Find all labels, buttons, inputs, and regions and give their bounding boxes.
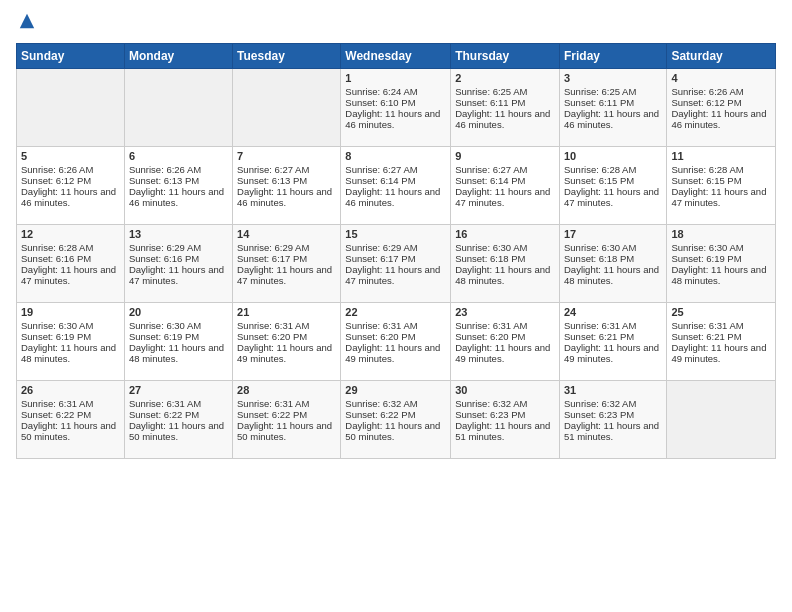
daylight-text: Daylight: 11 hours and 51 minutes. — [564, 420, 659, 442]
sunrise-text: Sunrise: 6:29 AM — [237, 242, 309, 253]
sunset-text: Sunset: 6:12 PM — [21, 175, 91, 186]
calendar-header-row: SundayMondayTuesdayWednesdayThursdayFrid… — [17, 43, 776, 68]
calendar-cell — [124, 68, 232, 146]
calendar-week-row: 12Sunrise: 6:28 AMSunset: 6:16 PMDayligh… — [17, 224, 776, 302]
sunset-text: Sunset: 6:14 PM — [345, 175, 415, 186]
daylight-text: Daylight: 11 hours and 47 minutes. — [21, 264, 116, 286]
calendar-cell: 20Sunrise: 6:30 AMSunset: 6:19 PMDayligh… — [124, 302, 232, 380]
day-number: 27 — [129, 384, 228, 396]
sunrise-text: Sunrise: 6:25 AM — [455, 86, 527, 97]
day-number: 30 — [455, 384, 555, 396]
calendar-cell: 5Sunrise: 6:26 AMSunset: 6:12 PMDaylight… — [17, 146, 125, 224]
daylight-text: Daylight: 11 hours and 46 minutes. — [129, 186, 224, 208]
calendar-cell: 29Sunrise: 6:32 AMSunset: 6:22 PMDayligh… — [341, 380, 451, 458]
daylight-text: Daylight: 11 hours and 47 minutes. — [129, 264, 224, 286]
sunset-text: Sunset: 6:15 PM — [671, 175, 741, 186]
sunrise-text: Sunrise: 6:28 AM — [564, 164, 636, 175]
daylight-text: Daylight: 11 hours and 47 minutes. — [345, 264, 440, 286]
calendar-week-row: 26Sunrise: 6:31 AMSunset: 6:22 PMDayligh… — [17, 380, 776, 458]
sunrise-text: Sunrise: 6:30 AM — [21, 320, 93, 331]
calendar-cell: 1Sunrise: 6:24 AMSunset: 6:10 PMDaylight… — [341, 68, 451, 146]
day-number: 25 — [671, 306, 771, 318]
daylight-text: Daylight: 11 hours and 50 minutes. — [129, 420, 224, 442]
sunrise-text: Sunrise: 6:25 AM — [564, 86, 636, 97]
sunset-text: Sunset: 6:19 PM — [129, 331, 199, 342]
day-number: 24 — [564, 306, 662, 318]
day-number: 16 — [455, 228, 555, 240]
sunrise-text: Sunrise: 6:26 AM — [671, 86, 743, 97]
sunrise-text: Sunrise: 6:31 AM — [21, 398, 93, 409]
calendar-cell: 17Sunrise: 6:30 AMSunset: 6:18 PMDayligh… — [559, 224, 666, 302]
logo-icon — [18, 12, 36, 30]
sunset-text: Sunset: 6:13 PM — [237, 175, 307, 186]
sunset-text: Sunset: 6:22 PM — [237, 409, 307, 420]
sunrise-text: Sunrise: 6:31 AM — [129, 398, 201, 409]
daylight-text: Daylight: 11 hours and 50 minutes. — [345, 420, 440, 442]
day-number: 1 — [345, 72, 446, 84]
calendar-cell: 12Sunrise: 6:28 AMSunset: 6:16 PMDayligh… — [17, 224, 125, 302]
logo — [16, 12, 36, 35]
sunset-text: Sunset: 6:17 PM — [237, 253, 307, 264]
sunrise-text: Sunrise: 6:30 AM — [671, 242, 743, 253]
calendar-cell: 13Sunrise: 6:29 AMSunset: 6:16 PMDayligh… — [124, 224, 232, 302]
daylight-text: Daylight: 11 hours and 46 minutes. — [21, 186, 116, 208]
calendar-cell: 16Sunrise: 6:30 AMSunset: 6:18 PMDayligh… — [451, 224, 560, 302]
day-number: 11 — [671, 150, 771, 162]
day-number: 12 — [21, 228, 120, 240]
sunset-text: Sunset: 6:19 PM — [671, 253, 741, 264]
calendar-cell: 22Sunrise: 6:31 AMSunset: 6:20 PMDayligh… — [341, 302, 451, 380]
sunset-text: Sunset: 6:20 PM — [455, 331, 525, 342]
sunrise-text: Sunrise: 6:26 AM — [21, 164, 93, 175]
daylight-text: Daylight: 11 hours and 51 minutes. — [455, 420, 550, 442]
calendar-week-row: 5Sunrise: 6:26 AMSunset: 6:12 PMDaylight… — [17, 146, 776, 224]
day-number: 23 — [455, 306, 555, 318]
day-number: 10 — [564, 150, 662, 162]
daylight-text: Daylight: 11 hours and 47 minutes. — [671, 186, 766, 208]
calendar-day-header: Friday — [559, 43, 666, 68]
calendar-cell: 18Sunrise: 6:30 AMSunset: 6:19 PMDayligh… — [667, 224, 776, 302]
sunset-text: Sunset: 6:18 PM — [564, 253, 634, 264]
sunrise-text: Sunrise: 6:28 AM — [671, 164, 743, 175]
daylight-text: Daylight: 11 hours and 47 minutes. — [455, 186, 550, 208]
sunset-text: Sunset: 6:16 PM — [129, 253, 199, 264]
calendar-cell: 23Sunrise: 6:31 AMSunset: 6:20 PMDayligh… — [451, 302, 560, 380]
day-number: 21 — [237, 306, 336, 318]
calendar-cell: 14Sunrise: 6:29 AMSunset: 6:17 PMDayligh… — [233, 224, 341, 302]
sunrise-text: Sunrise: 6:30 AM — [455, 242, 527, 253]
calendar-week-row: 1Sunrise: 6:24 AMSunset: 6:10 PMDaylight… — [17, 68, 776, 146]
calendar-cell: 28Sunrise: 6:31 AMSunset: 6:22 PMDayligh… — [233, 380, 341, 458]
calendar-cell: 9Sunrise: 6:27 AMSunset: 6:14 PMDaylight… — [451, 146, 560, 224]
daylight-text: Daylight: 11 hours and 46 minutes. — [237, 186, 332, 208]
calendar-day-header: Sunday — [17, 43, 125, 68]
daylight-text: Daylight: 11 hours and 49 minutes. — [237, 342, 332, 364]
svg-marker-0 — [20, 14, 34, 28]
daylight-text: Daylight: 11 hours and 48 minutes. — [21, 342, 116, 364]
sunset-text: Sunset: 6:23 PM — [455, 409, 525, 420]
daylight-text: Daylight: 11 hours and 48 minutes. — [129, 342, 224, 364]
calendar-cell: 24Sunrise: 6:31 AMSunset: 6:21 PMDayligh… — [559, 302, 666, 380]
sunrise-text: Sunrise: 6:27 AM — [237, 164, 309, 175]
sunset-text: Sunset: 6:20 PM — [345, 331, 415, 342]
sunset-text: Sunset: 6:21 PM — [564, 331, 634, 342]
day-number: 18 — [671, 228, 771, 240]
sunset-text: Sunset: 6:22 PM — [21, 409, 91, 420]
calendar-cell: 25Sunrise: 6:31 AMSunset: 6:21 PMDayligh… — [667, 302, 776, 380]
day-number: 22 — [345, 306, 446, 318]
calendar: SundayMondayTuesdayWednesdayThursdayFrid… — [16, 43, 776, 459]
calendar-cell: 2Sunrise: 6:25 AMSunset: 6:11 PMDaylight… — [451, 68, 560, 146]
sunrise-text: Sunrise: 6:31 AM — [237, 320, 309, 331]
sunrise-text: Sunrise: 6:32 AM — [345, 398, 417, 409]
day-number: 20 — [129, 306, 228, 318]
calendar-cell: 19Sunrise: 6:30 AMSunset: 6:19 PMDayligh… — [17, 302, 125, 380]
sunset-text: Sunset: 6:21 PM — [671, 331, 741, 342]
daylight-text: Daylight: 11 hours and 50 minutes. — [237, 420, 332, 442]
calendar-cell: 3Sunrise: 6:25 AMSunset: 6:11 PMDaylight… — [559, 68, 666, 146]
day-number: 5 — [21, 150, 120, 162]
calendar-cell: 26Sunrise: 6:31 AMSunset: 6:22 PMDayligh… — [17, 380, 125, 458]
day-number: 13 — [129, 228, 228, 240]
sunset-text: Sunset: 6:14 PM — [455, 175, 525, 186]
page: SundayMondayTuesdayWednesdayThursdayFrid… — [0, 0, 792, 612]
calendar-cell — [233, 68, 341, 146]
daylight-text: Daylight: 11 hours and 50 minutes. — [21, 420, 116, 442]
sunrise-text: Sunrise: 6:26 AM — [129, 164, 201, 175]
